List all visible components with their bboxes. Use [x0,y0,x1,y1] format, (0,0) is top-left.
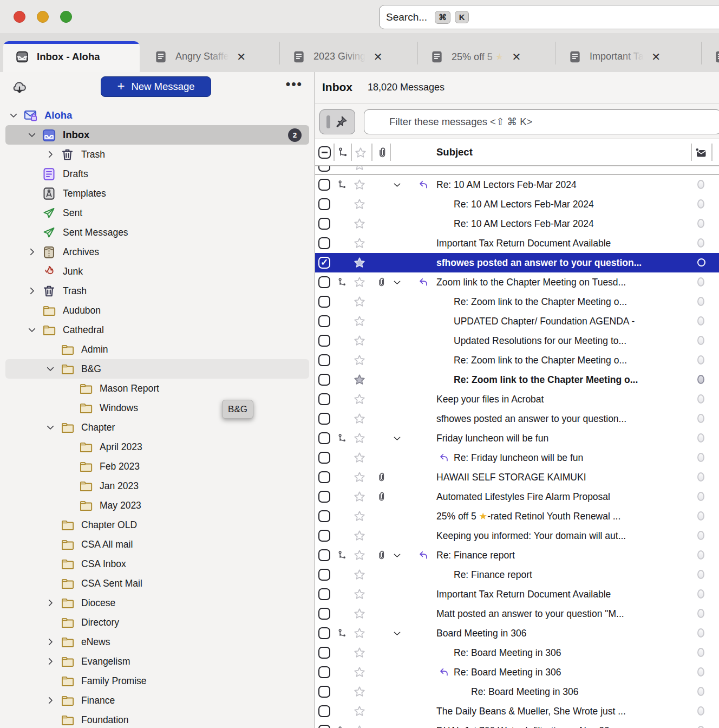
sidebar-item-foundation[interactable]: Foundation [5,710,309,728]
message-row[interactable]: Re: 10 AM Lectors Feb-Mar 2024 [315,214,719,233]
zoom-window-button[interactable] [60,11,72,23]
message-row[interactable]: Re: Zoom link to the Chapter Meeting o..… [315,292,719,311]
star-icon[interactable] [353,607,366,620]
chevron-down-icon[interactable] [9,110,18,120]
sidebar-item-b-g[interactable]: B&G [5,359,309,379]
sidebar-item-mason-report[interactable]: Mason Report [5,379,309,398]
star-icon[interactable] [353,588,366,601]
sidebar-item-inbox[interactable]: Inbox2 [5,125,309,145]
row-checkbox[interactable] [318,413,330,425]
sidebar-item-directory[interactable]: Directory [5,613,309,632]
chevron-down-icon[interactable] [27,325,37,335]
unread-column-icon[interactable] [694,146,707,159]
unread-indicator-icon[interactable] [697,648,704,657]
message-row[interactable]: Friday luncheon will be fun [315,428,719,448]
chevron-down-icon[interactable] [45,364,55,374]
unread-indicator-icon[interactable] [697,609,704,618]
sidebar-item-family-promise[interactable]: Family Promise [5,671,309,691]
message-row[interactable]: Automated Lifestyles Fire Alarm Proposal [315,487,719,506]
unread-indicator-icon[interactable] [697,355,704,365]
chevron-down-icon[interactable] [45,422,55,432]
sticky-filter-button[interactable] [319,109,355,134]
row-checkbox[interactable] [318,335,330,347]
unread-indicator-icon[interactable] [697,336,704,345]
sidebar-item-windows[interactable]: Windows [5,398,309,418]
message-row[interactable]: Matt posted an answer to your question "… [315,604,719,623]
collapse-thread-icon[interactable] [392,550,402,561]
message-row[interactable]: Board Meeting in 306 [315,623,719,643]
star-icon[interactable] [353,256,366,269]
subject-column-label[interactable]: Subject [436,139,473,165]
global-search-input[interactable]: Search... ⌘ K [379,5,719,29]
sidebar-item-aloha[interactable]: Aloha [5,106,309,125]
star-icon[interactable] [353,393,366,406]
message-row[interactable]: Important Tax Return Document Available [315,233,719,253]
sidebar-item-archives[interactable]: Archives [5,242,309,262]
star-icon[interactable] [353,178,366,191]
unread-indicator-icon[interactable] [697,667,704,677]
sidebar-item-trash[interactable]: Trash [5,281,309,301]
row-checkbox[interactable] [318,725,330,728]
sidebar-item-feb-2023[interactable]: Feb 2023 [5,457,309,476]
row-checkbox[interactable] [318,530,330,542]
sidebar-item-cathedral[interactable]: Cathedral [5,320,309,340]
star-icon[interactable] [353,295,366,308]
sidebar-item-audubon[interactable]: Audubon [5,301,309,320]
row-checkbox[interactable] [318,510,330,522]
message-row[interactable]: Keeping you informed: Your domain will a… [315,526,719,545]
message-row[interactable]: UPDATED Chapter/ Foundation AGENDA - [315,311,719,331]
chevron-right-icon[interactable] [45,637,55,647]
chevron-right-icon[interactable] [45,150,55,159]
tab-close-icon[interactable]: ✕ [649,50,663,63]
tab-2023-giving[interactable]: 2023 Giving✕ [280,41,418,72]
message-row[interactable]: sfhowes posted an answer to your questio… [315,409,719,428]
star-icon[interactable] [353,315,366,328]
sidebar-item-templates[interactable]: Templates [5,184,309,203]
sidebar-item-drafts[interactable]: Drafts [5,164,309,184]
sidebar-item-finance[interactable]: Finance [5,691,309,710]
sidebar-item-csa-inbox[interactable]: CSA Inbox [5,554,309,574]
row-checkbox[interactable] [318,218,330,230]
star-icon[interactable] [353,198,366,211]
star-icon[interactable] [353,432,366,445]
message-row[interactable]: Re: Zoom link to the Chapter Meeting o..… [315,350,719,370]
sidebar-item-admin[interactable]: Admin [5,340,309,359]
star-icon[interactable] [353,237,366,250]
message-row[interactable]: Re: 10 AM Lectors Feb-Mar 2024 [315,194,719,214]
unread-indicator-icon[interactable] [697,628,704,638]
row-checkbox[interactable] [318,549,330,561]
new-message-button[interactable]: + New Message [101,76,211,97]
sidebar-item-csa-all-mail[interactable]: CSA All mail [5,535,309,554]
tab-important-ta[interactable]: Important Ta✕ [556,41,694,72]
unread-indicator-icon[interactable] [697,726,704,728]
tab-angry-staffe[interactable]: Angry Staffe✕ [142,41,280,72]
message-row[interactable]: Re: Board Meeting in 306 [315,662,719,682]
tab-close-icon[interactable]: ✕ [509,50,524,63]
row-checkbox[interactable] [318,276,330,288]
chevron-right-icon[interactable] [27,286,37,296]
row-checkbox[interactable] [318,686,330,698]
chevron-right-icon[interactable] [45,598,55,608]
tab-close-icon[interactable]: ✕ [234,50,249,63]
star-icon[interactable] [353,724,366,728]
tab-25-off-5[interactable]: 25% off 5 ★✕ [418,41,556,72]
sidebar-item-april-2023[interactable]: April 2023 [5,437,309,457]
unread-indicator-icon[interactable] [697,453,704,462]
unread-indicator-icon[interactable] [697,492,704,501]
message-row[interactable]: Updated Resolutions for our Meeting to..… [315,331,719,350]
star-icon[interactable] [353,549,366,562]
sidebar-item-sent[interactable]: Sent [5,203,309,223]
star-icon[interactable] [353,568,366,581]
chevron-right-icon[interactable] [45,656,55,666]
tab-partial[interactable] [702,41,719,72]
chevron-right-icon[interactable] [45,696,55,705]
unread-indicator-icon[interactable] [697,199,704,209]
unread-indicator-icon[interactable] [697,238,704,248]
star-icon[interactable] [353,490,366,503]
chevron-right-icon[interactable] [27,247,37,257]
message-row[interactable]: 25% off 5 ★-rated Retinol Youth Renewal … [315,506,719,526]
star-icon[interactable] [353,451,366,464]
message-row[interactable]: Re: Board Meeting in 306 [315,643,719,662]
row-checkbox[interactable] [318,354,330,366]
sidebar-item-chapter[interactable]: Chapter [5,418,309,437]
